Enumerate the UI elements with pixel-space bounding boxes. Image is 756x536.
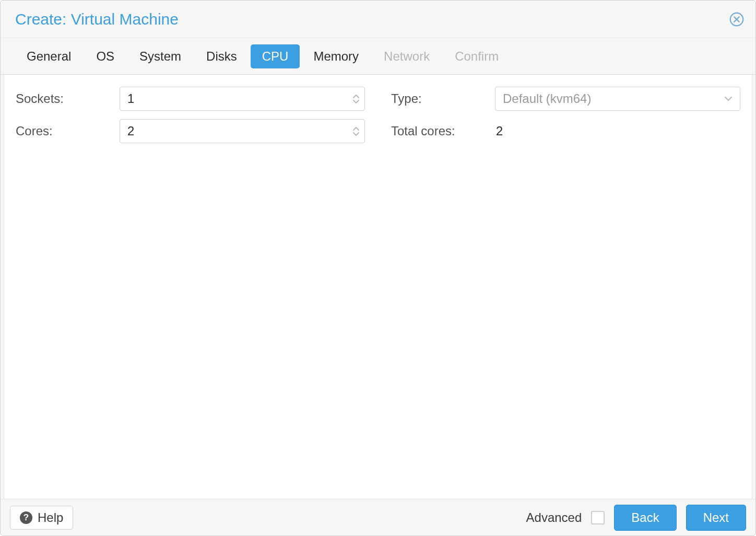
- chevron-down-icon: [724, 94, 733, 103]
- type-combo[interactable]: Default (kvm64): [495, 87, 740, 111]
- chevron-up-icon: [352, 126, 360, 131]
- type-value: Default (kvm64): [503, 91, 591, 106]
- sockets-stepper-arrows[interactable]: [347, 87, 364, 110]
- tab-disks[interactable]: Disks: [195, 44, 249, 68]
- chevron-down-icon: [352, 132, 360, 136]
- advanced-label: Advanced: [526, 510, 582, 525]
- left-column: Sockets: Cores:: [16, 86, 365, 487]
- tab-confirm: Confirm: [443, 44, 510, 68]
- tab-general[interactable]: General: [15, 44, 82, 68]
- wizard-tabs: General OS System Disks CPU Memory Netwo…: [1, 38, 755, 75]
- cores-label: Cores:: [16, 124, 112, 138]
- cores-stepper-arrows[interactable]: [347, 120, 364, 143]
- tab-network: Network: [372, 44, 441, 68]
- cores-stepper[interactable]: [120, 119, 365, 143]
- back-button[interactable]: Back: [614, 505, 676, 531]
- help-icon: ?: [20, 511, 32, 524]
- help-label: Help: [38, 510, 63, 525]
- close-icon: [729, 12, 744, 27]
- cores-row: Cores:: [16, 119, 365, 144]
- chevron-up-icon: [352, 94, 360, 99]
- sockets-label: Sockets:: [16, 91, 112, 106]
- sockets-row: Sockets:: [16, 86, 365, 111]
- titlebar: Create: Virtual Machine: [1, 1, 755, 38]
- window-title: Create: Virtual Machine: [15, 10, 179, 28]
- wizard-footer: ? Help Advanced Back Next: [1, 499, 755, 535]
- type-row: Type: Default (kvm64): [391, 86, 740, 111]
- help-button[interactable]: ? Help: [10, 506, 73, 530]
- total-cores-label: Total cores:: [391, 124, 488, 138]
- next-button[interactable]: Next: [686, 505, 746, 531]
- tab-memory[interactable]: Memory: [302, 44, 370, 68]
- sockets-stepper[interactable]: [120, 87, 365, 111]
- total-cores-value: 2: [495, 124, 503, 138]
- sockets-input[interactable]: [120, 87, 347, 110]
- type-label: Type:: [391, 91, 488, 106]
- right-column: Type: Default (kvm64) Total cores: 2: [391, 86, 740, 487]
- close-button[interactable]: [729, 12, 744, 27]
- tab-os[interactable]: OS: [85, 44, 126, 68]
- cores-input[interactable]: [120, 120, 347, 143]
- create-vm-dialog: Create: Virtual Machine General OS Syste…: [0, 0, 756, 536]
- advanced-checkbox[interactable]: [591, 511, 605, 525]
- total-cores-row: Total cores: 2: [391, 119, 740, 144]
- footer-right: Advanced Back Next: [526, 505, 746, 531]
- tab-system[interactable]: System: [128, 44, 193, 68]
- chevron-down-icon: [352, 99, 360, 104]
- tab-cpu[interactable]: CPU: [251, 44, 300, 68]
- cpu-panel: Sockets: Cores:: [4, 75, 752, 499]
